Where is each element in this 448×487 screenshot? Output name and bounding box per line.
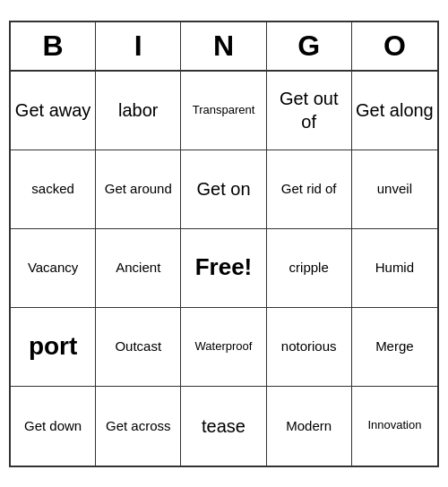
bingo-cell: Free! — [181, 229, 266, 308]
bingo-card: BINGO Get awaylaborTransparentGet out of… — [9, 21, 439, 467]
bingo-cell: Get across — [96, 387, 181, 466]
bingo-cell: Modern — [267, 387, 352, 466]
bingo-cell: Get on — [181, 150, 266, 229]
bingo-cell: tease — [181, 387, 266, 466]
bingo-cell: Merge — [352, 308, 437, 387]
bingo-grid: Get awaylaborTransparentGet out ofGet al… — [11, 72, 437, 466]
header-letter: B — [11, 22, 96, 70]
header-letter: O — [352, 22, 437, 70]
header-letter: N — [181, 22, 266, 70]
bingo-cell: Innovation — [352, 387, 437, 466]
bingo-cell: Vacancy — [11, 229, 96, 308]
bingo-cell: Waterproof — [181, 308, 266, 387]
bingo-header: BINGO — [11, 22, 437, 72]
bingo-cell: Get down — [11, 387, 96, 466]
bingo-cell: sacked — [11, 150, 96, 229]
bingo-cell: labor — [96, 72, 181, 150]
bingo-cell: Get around — [96, 150, 181, 229]
bingo-cell: Outcast — [96, 308, 181, 387]
bingo-cell: Get rid of — [267, 150, 352, 229]
bingo-cell: Get out of — [267, 72, 352, 150]
header-letter: I — [96, 22, 181, 70]
bingo-cell: Ancient — [96, 229, 181, 308]
bingo-cell: Get away — [11, 72, 96, 150]
bingo-cell: cripple — [267, 229, 352, 308]
bingo-cell: Get along — [352, 72, 437, 150]
bingo-cell: unveil — [352, 150, 437, 229]
bingo-cell: port — [11, 308, 96, 387]
bingo-cell: notorious — [267, 308, 352, 387]
bingo-cell: Transparent — [181, 72, 266, 150]
header-letter: G — [267, 22, 352, 70]
bingo-cell: Humid — [352, 229, 437, 308]
